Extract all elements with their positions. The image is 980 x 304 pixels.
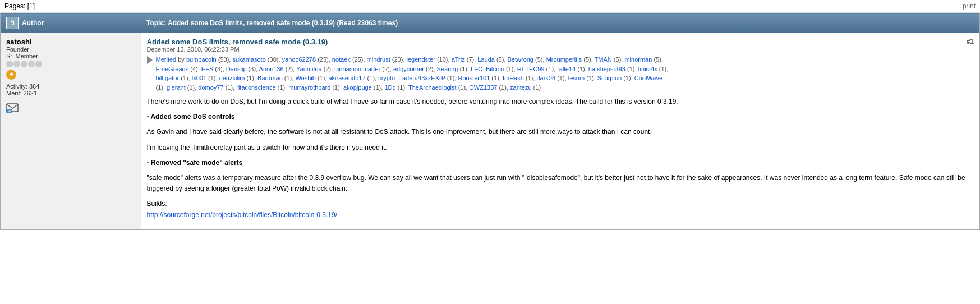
merit-value: 2621 — [24, 90, 37, 96]
forum-table: 🗒 Author Topic: Added some DoS limits, r… — [0, 13, 980, 230]
post-body-builds-label: Builds: http://sourceforge.net/projects/… — [147, 199, 974, 220]
merit-text: Merited by bumbacoin (50), sukamasoto (3… — [156, 55, 669, 92]
merit-label: Merit: — [6, 90, 22, 96]
star-1 — [6, 61, 13, 67]
author-name: satoshi — [6, 38, 135, 46]
merit-user-owz1337[interactable]: OWZ1337 — [469, 84, 497, 91]
merit-user-betwrong[interactable]: Betwrong — [508, 56, 533, 63]
merit-user-akopjpuge[interactable]: akopjpuge — [343, 84, 372, 91]
merit-user-murrayrothbard[interactable]: murrayrothbard — [288, 84, 330, 91]
merit-user-mrpumperitis[interactable]: Mrpumperitis — [546, 56, 582, 63]
merit-user-lauda[interactable]: Lauda — [477, 56, 495, 63]
merit-user-rooster101[interactable]: Rooster101 — [458, 75, 490, 81]
author-header-label: Author — [22, 19, 44, 27]
merit-user-bumbacoin[interactable]: bumbacoin — [186, 56, 217, 63]
merit-user-bardman[interactable]: Bardman — [257, 75, 283, 81]
merit-user-billgator[interactable]: bill gator — [156, 75, 180, 81]
merit-user-coolwave[interactable]: CoolWave — [634, 75, 662, 81]
post-header-left: Added some DoS limits, removed safe mode… — [147, 38, 328, 53]
merit-user-domoy77[interactable]: domoy77 — [198, 84, 223, 91]
merit-user-minorman[interactable]: minorman — [624, 56, 652, 63]
table-header-row: 🗒 Author Topic: Added some DoS limits, r… — [1, 13, 980, 33]
merit-user-yahoo62278[interactable]: yahoo62278 — [282, 56, 316, 63]
send-icon[interactable]: ⊕ — [6, 101, 135, 116]
post-body-item2-title: - Removed "safe mode" alerts — [147, 158, 974, 168]
merit-user-efs[interactable]: EFS — [201, 66, 213, 72]
topic-header-cell: Topic: Added some DoS limits, removed sa… — [141, 13, 980, 33]
merit-user-scorpion[interactable]: Scorpion — [597, 75, 622, 81]
post-body-item1-text: As Gavin and I have said clearly before,… — [147, 127, 974, 137]
merit-user-notaek[interactable]: notaek — [332, 56, 351, 63]
svg-text:⊕: ⊕ — [8, 109, 11, 113]
header-icon: 🗒 — [6, 17, 19, 29]
merit-user-zantezu[interactable]: zantezu — [510, 84, 532, 91]
merit-user-akirasendo17[interactable]: akirasendo17 — [328, 75, 365, 81]
merit-user-cinnamon[interactable]: cinnamon_carter — [334, 66, 380, 72]
star-4 — [28, 61, 35, 67]
post-body-item1-title: - Added some DoS controls — [147, 112, 974, 122]
post-body-builds-url[interactable]: http://sourceforge.net/projects/bitcoin/… — [147, 211, 338, 219]
merit-user-imhash[interactable]: ImHash — [503, 75, 524, 81]
merit-user-fruegreads[interactable]: FrueGreads — [156, 66, 189, 72]
post-header: Added some DoS limits, removed safe mode… — [147, 38, 974, 53]
activity-info: Activity: 364 Merit: 2621 — [6, 83, 135, 96]
activity-value: 364 — [29, 83, 39, 90]
merit-user-legendster[interactable]: legendster — [407, 56, 435, 63]
merit-arrow-icon — [147, 56, 153, 64]
star-5 — [35, 61, 42, 67]
activity-label: Activity: — [6, 83, 27, 90]
merit-user-searing[interactable]: Searing — [437, 66, 458, 72]
merit-user-glerant[interactable]: glerant — [167, 84, 186, 91]
merit-user-dark08[interactable]: dark08 — [536, 75, 555, 81]
table-row: satoshi Founder Sr. Member ★ Activity: 3… — [1, 33, 980, 230]
merit-user-lfcbitcoin[interactable]: LFC_Bitcoin — [471, 66, 504, 72]
merit-user-mindrust[interactable]: mindrust — [367, 56, 390, 63]
merit-user-1dq[interactable]: 1Dq — [384, 84, 395, 91]
post-date: December 12, 2010, 06:22:33 PM — [147, 46, 328, 53]
print-link[interactable]: print — [963, 2, 976, 10]
merit-line-2: FrueGreads (4), EFS (3), Danslip (3), An… — [156, 66, 669, 72]
merit-user-lesom[interactable]: lesom — [568, 75, 585, 81]
merit-line-4: (1), glerant (1), domoy77 (1), ritaconsc… — [156, 84, 541, 91]
post-body-item2-text: "safe mode" alerts was a temporary measu… — [147, 173, 974, 194]
merit-user-thearchaeologist[interactable]: TheArchaeologist — [408, 84, 457, 91]
merit-user-lx001[interactable]: lx001 — [192, 75, 206, 81]
merit-user-ralle14[interactable]: ralle14 — [557, 66, 576, 72]
merit-user-edgycorner[interactable]: edgycorner — [393, 66, 424, 72]
page-bar: Pages: [1] print — [0, 0, 980, 13]
merit-user-danslip[interactable]: Danslip — [226, 66, 247, 72]
merit-row: Merited by bumbacoin (50), sukamasoto (3… — [147, 55, 974, 92]
author-header-cell: 🗒 Author — [1, 13, 141, 33]
merit-user-hatshepsut93[interactable]: hatshepsut93 — [588, 66, 625, 72]
merit-line-3: bill gator (1), lx001 (1), denzkilim (1)… — [156, 75, 663, 81]
post-body-p1: There's more work to do on DoS, but I'm … — [147, 96, 974, 107]
star-rating — [6, 61, 135, 67]
pages-label: Pages: [1] — [4, 2, 35, 10]
merit-user-anon136[interactable]: Anon136 — [259, 66, 284, 72]
merit-user-sukamasoto[interactable]: sukamasoto — [232, 56, 265, 63]
rank-badge: ★ — [6, 70, 16, 80]
merit-user-woshib[interactable]: Woshib — [295, 75, 315, 81]
post-number: #1 — [967, 38, 974, 45]
author-title-1: Founder — [6, 46, 135, 53]
post-content-cell: Added some DoS limits, removed safe mode… — [141, 33, 980, 230]
merit-user-hitec99[interactable]: HI-TEC99 — [517, 66, 545, 72]
send-pm-icon: ⊕ — [6, 101, 19, 113]
merit-user-atriz[interactable]: aTriz — [452, 56, 465, 63]
post-title: Added some DoS limits, removed safe mode… — [147, 38, 328, 46]
author-title-2: Sr. Member — [6, 53, 135, 59]
post-body-p2: I'm leaving the -limitfreerelay part as … — [147, 142, 974, 153]
author-cell: satoshi Founder Sr. Member ★ Activity: 3… — [1, 33, 141, 230]
star-3 — [21, 61, 27, 67]
merit-line-1: Merited by bumbacoin (50), sukamasoto (3… — [156, 56, 663, 63]
post-body: There's more work to do on DoS, but I'm … — [147, 96, 974, 220]
merit-user-denzkilim[interactable]: denzkilim — [219, 75, 245, 81]
merit-user-ritaconscience[interactable]: ritaconscience — [236, 84, 275, 91]
merit-user-tman[interactable]: TMAN — [595, 56, 612, 63]
merit-user-yaunfitda[interactable]: Yaunfitda — [296, 66, 322, 72]
star-2 — [13, 61, 20, 67]
merit-user-finist4x[interactable]: finist4x — [638, 66, 657, 72]
merit-merited-label[interactable]: Merited — [156, 56, 177, 63]
merit-user-cryptotrader[interactable]: crypto_trader#43xzEXrP — [378, 75, 445, 81]
